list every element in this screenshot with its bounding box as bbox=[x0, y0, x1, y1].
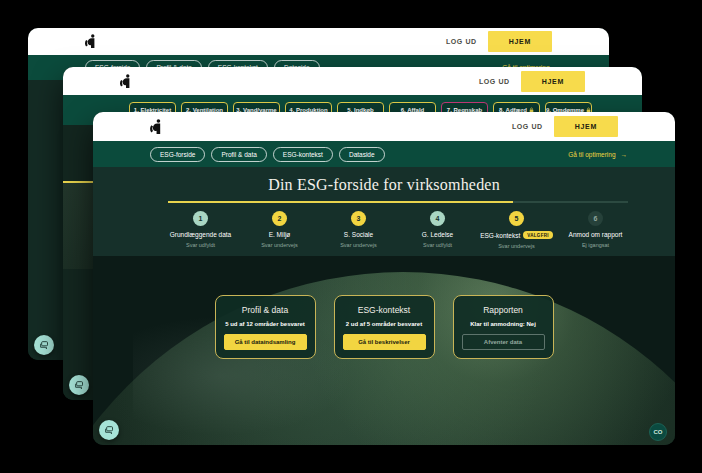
steps-row: 1 Grundlæggende data Svar udfyldt 2 E. M… bbox=[161, 211, 635, 249]
step-circle[interactable]: 4 bbox=[430, 211, 445, 226]
company-logo-icon bbox=[149, 119, 163, 135]
step-grundlaeggende-data: 1 Grundlæggende data Svar udfyldt bbox=[161, 211, 240, 249]
step-miljo: 2 E. Miljø Svar undervejs bbox=[240, 211, 319, 249]
step-label: S. Sociale bbox=[344, 231, 373, 238]
card-status-text: Klar til anmodning: Nej bbox=[462, 321, 545, 327]
step-sociale: 3 S. Sociale Svar undervejs bbox=[319, 211, 398, 249]
app-header: LOG UD HJEM bbox=[28, 28, 609, 55]
nav-pill-dataside[interactable]: Dataside bbox=[339, 147, 385, 162]
log-out-link[interactable]: LOG UD bbox=[512, 123, 543, 130]
card-title: Rapporten bbox=[462, 305, 545, 315]
step-label: ESG-kontekst bbox=[480, 232, 520, 239]
window-front: LOG UD HJEM ESG-forside Profil & data ES… bbox=[93, 112, 675, 445]
card-profil-data: Profil & data 5 ud af 12 områder besvare… bbox=[215, 295, 316, 359]
go-to-data-collection-button[interactable]: Gå til dataindsamling bbox=[224, 334, 307, 350]
step-status: Ej igangsat bbox=[556, 242, 635, 248]
nav-pill-esg-forside[interactable]: ESG-forside bbox=[150, 147, 205, 162]
step-label: E. Miljø bbox=[269, 231, 291, 238]
go-to-optimization-link[interactable]: Gå til optimering → bbox=[568, 151, 627, 158]
chat-widget-button[interactable] bbox=[99, 420, 119, 440]
chat-icon bbox=[104, 425, 114, 435]
card-title: ESG-kontekst bbox=[343, 305, 426, 315]
step-circle[interactable]: 6 bbox=[588, 211, 603, 226]
app-header: LOG UD HJEM bbox=[63, 67, 642, 95]
step-circle[interactable]: 2 bbox=[272, 211, 287, 226]
step-status: Svar undervejs bbox=[240, 242, 319, 248]
cards-row: Profil & data 5 ud af 12 områder besvare… bbox=[93, 295, 675, 359]
step-status: Svar udfyldt bbox=[161, 242, 240, 248]
desktop-canvas: { "header": { "logout": "LOG UD", "home"… bbox=[0, 0, 702, 473]
step-label: Anmod om rapport bbox=[569, 231, 623, 238]
card-rapporten: Rapporten Klar til anmodning: Nej Afvent… bbox=[453, 295, 554, 359]
app-header: LOG UD HJEM bbox=[93, 112, 675, 141]
step-label: Grundlæggende data bbox=[170, 231, 231, 238]
page-title: Din ESG-forside for virksomheden bbox=[93, 167, 675, 194]
awaiting-data-button[interactable]: Afventer data bbox=[462, 334, 545, 350]
progress-fill bbox=[168, 201, 513, 203]
optional-badge: VALGFRI bbox=[523, 231, 553, 239]
step-circle[interactable]: 3 bbox=[351, 211, 366, 226]
go-to-descriptions-button[interactable]: Gå til beskrivelser bbox=[343, 334, 426, 350]
step-ledelse: 4 G. Ledelse Svar udfyldt bbox=[398, 211, 477, 249]
card-progress-text: 2 ud af 5 områder besvaret bbox=[343, 321, 426, 327]
step-circle[interactable]: 5 bbox=[509, 211, 524, 226]
company-logo-icon bbox=[119, 74, 132, 89]
step-status: Svar undervejs bbox=[319, 242, 398, 248]
nav-pill-profil-data[interactable]: Profil & data bbox=[211, 147, 266, 162]
step-status: Svar udfyldt bbox=[398, 242, 477, 248]
step-anmod-rapport: 6 Anmod om rapport Ej igangsat bbox=[556, 211, 635, 249]
step-circle[interactable]: 1 bbox=[193, 211, 208, 226]
cards-section: Profil & data 5 ud af 12 områder besvare… bbox=[93, 256, 675, 445]
chat-widget-button[interactable] bbox=[69, 375, 89, 395]
step-status: Svar undervejs bbox=[477, 243, 556, 249]
step-label: G. Ledelse bbox=[422, 231, 453, 238]
chat-widget-button[interactable] bbox=[34, 335, 54, 355]
arrow-right-icon: → bbox=[621, 151, 628, 158]
log-out-link[interactable]: LOG UD bbox=[479, 78, 510, 85]
card-title: Profil & data bbox=[224, 305, 307, 315]
optimization-link-label: Gå til optimering bbox=[568, 151, 615, 158]
progress-track bbox=[168, 201, 628, 203]
stepper-section: Din ESG-forside for virksomheden 1 Grund… bbox=[93, 167, 675, 256]
home-button[interactable]: HJEM bbox=[488, 31, 552, 52]
cookie-consent-button[interactable]: CO bbox=[649, 423, 667, 441]
chat-icon bbox=[74, 380, 84, 390]
nav-pill-esg-kontekst[interactable]: ESG-kontekst bbox=[273, 147, 333, 162]
chat-icon bbox=[39, 340, 49, 350]
home-button[interactable]: HJEM bbox=[521, 71, 585, 92]
company-logo-icon bbox=[84, 34, 97, 49]
home-button[interactable]: HJEM bbox=[554, 116, 618, 137]
nav-bar: ESG-forside Profil & data ESG-kontekst D… bbox=[93, 141, 675, 167]
step-esg-kontekst: 5 ESG-kontekst VALGFRI Svar undervejs bbox=[477, 211, 556, 249]
card-esg-kontekst: ESG-kontekst 2 ud af 5 områder besvaret … bbox=[334, 295, 435, 359]
log-out-link[interactable]: LOG UD bbox=[446, 38, 477, 45]
card-progress-text: 5 ud af 12 områder besvaret bbox=[224, 321, 307, 327]
